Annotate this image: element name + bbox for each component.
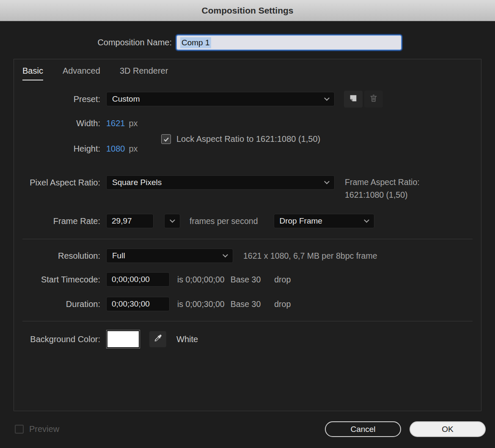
resolution-info: 1621 x 1080, 6,7 MB per 8bpc frame bbox=[243, 251, 377, 261]
frame-aspect-info: Frame Aspect Ratio: 1621:1080 (1,50) bbox=[345, 176, 420, 201]
width-row: Width: 1621 px bbox=[22, 119, 473, 128]
pixel-aspect-row: Pixel Aspect Ratio: Square Pixels Frame … bbox=[22, 170, 473, 195]
trash-icon bbox=[369, 94, 378, 105]
frame-rate-input[interactable] bbox=[106, 214, 154, 228]
chevron-down-icon bbox=[223, 252, 228, 257]
divider bbox=[22, 321, 473, 321]
duration-row: Duration: is 0;00;30;00 Base 30 drop bbox=[22, 297, 473, 311]
resolution-label: Resolution: bbox=[22, 251, 100, 261]
duration-is: is 0;00;30;00 bbox=[177, 299, 225, 309]
height-unit: px bbox=[129, 144, 138, 154]
cancel-button[interactable]: Cancel bbox=[325, 421, 401, 437]
chevron-down-icon bbox=[324, 179, 330, 184]
preview-checkbox[interactable] bbox=[15, 425, 24, 434]
start-timecode-row: Start Timecode: is 0;00;00;00 Base 30 dr… bbox=[22, 272, 473, 287]
eyedropper-icon bbox=[153, 334, 162, 345]
start-timecode-info: is 0;00;00;00 Base 30 drop bbox=[177, 275, 291, 285]
ok-button[interactable]: OK bbox=[410, 421, 486, 437]
resolution-value: Full bbox=[112, 251, 125, 260]
lock-aspect-label: Lock Aspect Ratio to 1621:1080 (1,50) bbox=[176, 134, 320, 144]
frame-rate-row: Frame Rate: frames per second Drop Frame bbox=[22, 214, 473, 228]
checkmark-icon bbox=[163, 136, 170, 143]
divider bbox=[22, 239, 473, 239]
pixel-aspect-dropdown[interactable]: Square Pixels bbox=[106, 175, 335, 190]
preview-label: Preview bbox=[29, 424, 59, 434]
eyedropper-button[interactable] bbox=[149, 331, 166, 347]
pixel-aspect-label: Pixel Aspect Ratio: bbox=[22, 178, 100, 188]
lock-aspect-row: Lock Aspect Ratio to 1621:1080 (1,50) bbox=[161, 134, 320, 144]
chevron-down-icon bbox=[170, 217, 175, 223]
frame-aspect-value: 1621:1080 (1,50) bbox=[345, 188, 420, 201]
lock-aspect-checkbox[interactable] bbox=[161, 134, 171, 144]
preset-row: Preset: Custom bbox=[22, 91, 473, 108]
tab-advanced[interactable]: Advanced bbox=[63, 66, 100, 80]
preset-label: Preset: bbox=[22, 94, 100, 104]
start-timecode-is: is 0;00;00;00 bbox=[177, 275, 225, 285]
save-preset-icon bbox=[349, 94, 358, 105]
dialog-footer: Preview Cancel OK bbox=[0, 421, 495, 437]
tab-3d-renderer[interactable]: 3D Renderer bbox=[120, 66, 168, 80]
composition-name-row: Composition Name: Comp 1 bbox=[0, 35, 495, 50]
composition-name-label: Composition Name: bbox=[0, 38, 172, 47]
height-label: Height: bbox=[22, 144, 100, 154]
preview-toggle[interactable]: Preview bbox=[15, 424, 59, 434]
composition-name-input[interactable]: Comp 1 bbox=[176, 35, 402, 50]
frame-rate-label: Frame Rate: bbox=[22, 216, 100, 226]
height-row: Height: 1080 px bbox=[22, 144, 473, 154]
duration-info: is 0;00;30;00 Base 30 drop bbox=[177, 299, 291, 309]
delete-preset-button[interactable] bbox=[364, 91, 383, 108]
dimensions-block: Width: 1621 px Lock Aspect Ratio to 1621… bbox=[22, 119, 473, 165]
drop-frame-value: Drop Frame bbox=[280, 216, 322, 226]
background-color-label: Background Color: bbox=[22, 335, 100, 344]
duration-input[interactable] bbox=[106, 297, 170, 311]
background-color-name: White bbox=[176, 335, 198, 344]
settings-panel: Basic Advanced 3D Renderer Preset: Custo… bbox=[14, 59, 481, 411]
frame-rate-suffix: frames per second bbox=[190, 216, 258, 226]
pixel-aspect-value: Square Pixels bbox=[112, 178, 162, 187]
preset-value: Custom bbox=[112, 94, 140, 104]
resolution-dropdown[interactable]: Full bbox=[106, 249, 233, 263]
start-timecode-base: Base 30 bbox=[231, 275, 261, 285]
tab-bar: Basic Advanced 3D Renderer bbox=[22, 59, 473, 80]
duration-base: Base 30 bbox=[231, 299, 261, 309]
start-timecode-label: Start Timecode: bbox=[22, 275, 100, 285]
background-color-swatch[interactable] bbox=[107, 331, 139, 347]
duration-drop: drop bbox=[274, 299, 291, 309]
width-unit: px bbox=[129, 119, 138, 128]
frame-rate-dropdown-button[interactable] bbox=[164, 214, 180, 228]
chevron-down-icon bbox=[364, 217, 369, 223]
save-preset-button[interactable] bbox=[344, 91, 363, 108]
preset-dropdown[interactable]: Custom bbox=[106, 92, 335, 106]
width-value[interactable]: 1621 bbox=[106, 119, 125, 128]
duration-label: Duration: bbox=[22, 299, 100, 309]
chevron-down-icon bbox=[324, 95, 330, 101]
drop-frame-dropdown[interactable]: Drop Frame bbox=[274, 214, 374, 228]
background-color-row: Background Color: White bbox=[22, 330, 473, 348]
width-label: Width: bbox=[22, 119, 100, 128]
dialog-titlebar: Composition Settings bbox=[0, 0, 495, 21]
height-value[interactable]: 1080 bbox=[106, 144, 125, 154]
start-timecode-drop: drop bbox=[274, 275, 291, 285]
tab-basic[interactable]: Basic bbox=[22, 66, 43, 80]
frame-aspect-label: Frame Aspect Ratio: bbox=[345, 176, 420, 188]
dialog-title: Composition Settings bbox=[202, 6, 294, 16]
composition-name-value: Comp 1 bbox=[180, 37, 211, 48]
start-timecode-input[interactable] bbox=[106, 272, 170, 287]
resolution-row: Resolution: Full 1621 x 1080, 6,7 MB per… bbox=[22, 249, 473, 263]
